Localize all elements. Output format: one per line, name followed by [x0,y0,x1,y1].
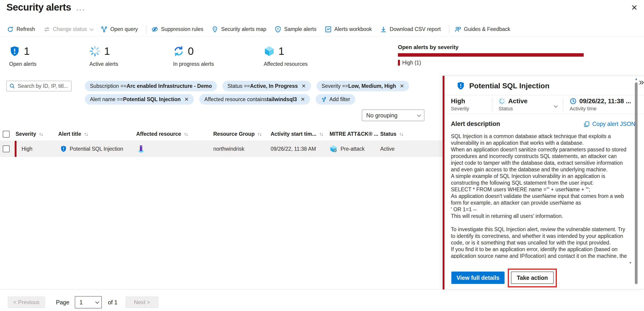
active-burst-icon [498,98,506,104]
remove-filter-icon[interactable]: ✕ [400,83,404,89]
select-all-cell [0,128,15,140]
filter-pill-severity[interactable]: Severity == Low, Medium, High ✕ [316,81,409,91]
copy-alert-json-link[interactable]: Copy alert JSON [584,121,635,127]
scrollbar-thumb[interactable] [635,82,638,284]
sort-icon: ↑↓ [319,132,323,137]
filter-row-2: Alert name == Potential SQL Injection ✕ … [85,94,355,104]
column-mitre[interactable]: MITRE ATT&CK® ... [330,131,380,137]
security-alerts-map-button[interactable]: Security alerts map [212,26,266,33]
scroll-up-icon[interactable]: ▲ [634,77,638,81]
sample-alerts-icon [274,26,282,33]
title-menu-button[interactable]: ··· [76,6,85,13]
status-block[interactable]: Active Status [492,98,563,112]
change-status-button[interactable]: Change status [43,26,92,33]
clock-icon [570,98,576,104]
guides-feedback-button[interactable]: Guides & Feedback [454,26,510,33]
severity-high-bar [15,141,16,157]
stat-active-alerts: 1 Active alerts [90,45,173,67]
grouping-dropdown[interactable]: No grouping [362,110,424,121]
refresh-icon [7,26,14,33]
column-status[interactable]: Status↑↓ [380,131,443,137]
alert-description-heading: Alert description [451,120,500,128]
suppression-rules-icon [151,26,158,33]
mitre-tactic-icon [330,145,337,153]
add-filter-icon [320,96,327,102]
take-action-button[interactable]: Take action [511,272,554,284]
sql-resource-icon [138,145,144,153]
bottom-divider [0,290,644,290]
shield-exclamation-icon [9,46,20,57]
add-filter-button[interactable]: Add filter [316,94,355,104]
sample-alerts-button[interactable]: Sample alerts [274,26,316,33]
open-alerts-by-severity-chart: Open alerts by severity High (1) [398,44,584,66]
remove-filter-icon[interactable]: ✕ [184,96,189,102]
view-full-details-button[interactable]: View full details [451,272,504,284]
select-all-checkbox[interactable] [3,131,10,138]
filter-pill-alert-name[interactable]: Alert name == Potential SQL Injection ✕ [85,94,194,104]
filter-pill-status[interactable]: Status == Active, In Progress ✕ [222,81,311,91]
alerts-workbook-icon [325,26,332,33]
severity-bar-high [398,53,584,57]
filter-row-1: Subscription == Arc enabled Infrastructu… [85,81,409,91]
row-affected-resource-cell [136,141,213,157]
alert-details-panel: Potential SQL Injection High Severity Ac… [443,76,644,290]
panel-info-row: High Severity Active Status 09/26/22, 11… [444,96,644,114]
shield-exclamation-icon [60,146,67,152]
chevron-down-icon [96,300,99,304]
remove-filter-icon[interactable]: ✕ [302,83,306,89]
row-checkbox[interactable] [3,146,10,152]
download-icon [380,26,387,33]
search-input[interactable] [6,81,72,91]
sort-icon: ↑↓ [39,132,43,137]
stat-affected-resources: 1 Affected resources [264,45,308,67]
open-query-icon [101,26,108,33]
refresh-button[interactable]: Refresh [7,26,35,33]
sort-icon: ↑↓ [84,132,88,137]
alerts-workbook-button[interactable]: Alerts workbook [325,26,372,33]
description-header: Alert description Copy alert JSON [451,120,635,128]
toolbar-divider [449,25,449,34]
page-select[interactable]: 1 [75,296,102,308]
column-severity[interactable]: Severity↑↓ [15,131,58,137]
column-affected-resource[interactable]: Affected resource↑↓ [136,131,213,137]
filter-pill-subscription[interactable]: Subscription == Arc enabled Infrastructu… [85,81,217,91]
column-resource-group[interactable]: Resource Group↑↓ [213,131,271,137]
row-alert-title-cell: Potential SQL Injection [58,141,136,157]
sort-icon: ↑↓ [399,132,403,137]
row-select-cell [0,141,15,157]
sync-icon [173,46,184,57]
page-label: Page [56,299,69,306]
remove-filter-icon[interactable]: ✕ [301,96,305,102]
severity-legend: High (1) [398,60,584,66]
filter-pill-affected-resource[interactable]: Affected resource contains tailwindsql3 … [199,94,310,104]
high-swatch [398,60,400,66]
row-resource-group-cell: northwindrisk [213,141,271,157]
description-scroll-down-icon[interactable]: ▼ [629,261,632,265]
page-title: Security alerts [6,2,71,13]
alerts-map-icon [212,26,218,33]
column-activity-start[interactable]: Activity start tim...↑↓ [271,131,330,137]
panel-collapse-icon[interactable]: » [639,77,644,86]
column-alert-title[interactable]: Alert title↑↓ [58,131,136,137]
open-query-button[interactable]: Open query [101,26,138,33]
guides-feedback-icon [454,26,461,33]
chevron-down-icon [417,113,421,117]
previous-page-button[interactable]: < Previous [8,296,45,308]
row-mitre-cell: Pre-attack [330,141,380,157]
active-burst-icon [90,46,100,57]
activity-time-block: 09/26/22, 11:38 ... Activity time [563,98,634,112]
sort-icon: ↑↓ [184,132,188,137]
download-csv-button[interactable]: Download CSV report [380,26,440,33]
suppression-rules-button[interactable]: Suppression rules [151,26,203,33]
change-status-icon [43,26,50,33]
shield-exclamation-icon [456,82,465,90]
search-icon [9,83,15,89]
next-page-button[interactable]: Next > [126,296,158,308]
table-row[interactable]: High Potential SQL Injection northwindri… [0,141,443,157]
resource-cube-icon [264,46,275,57]
row-status-cell: Active [380,141,443,157]
severity-block: High Severity [444,98,492,112]
row-activity-start-cell: 09/26/22, 11:38 AM [271,141,330,157]
panel-title-row: Potential SQL Injection [444,76,644,90]
close-icon[interactable]: ✕ [631,4,638,12]
